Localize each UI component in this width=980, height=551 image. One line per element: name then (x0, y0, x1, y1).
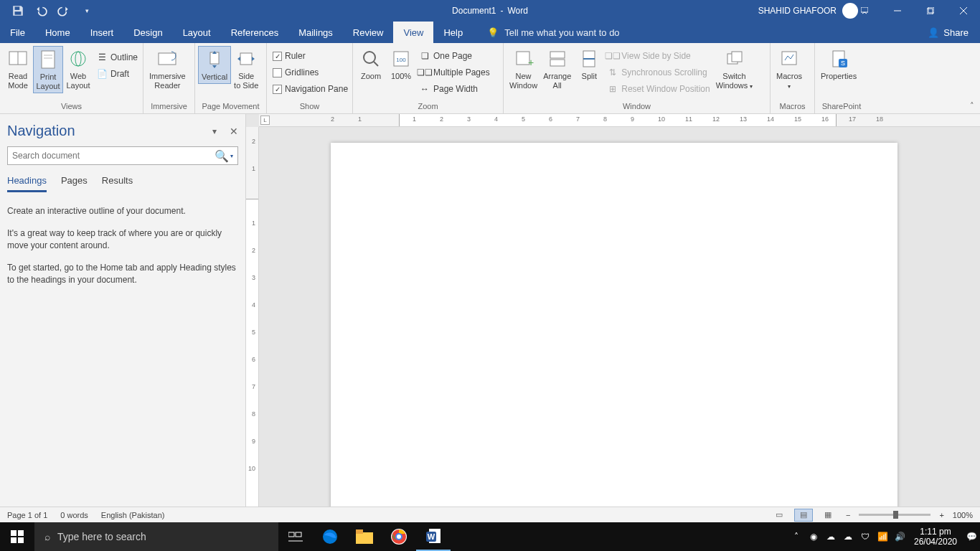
group-immersive-label: Immersive (143, 102, 194, 114)
tray-chevron-icon[interactable]: ˄ (788, 522, 805, 551)
tab-references[interactable]: References (221, 22, 288, 43)
tray-security-icon[interactable]: 🛡 (857, 522, 874, 551)
share-button[interactable]: 👤 Share (928, 27, 969, 38)
draft-button[interactable]: 📄Draft (96, 67, 138, 81)
tell-me-search[interactable]: 💡 Tell me what you want to do (487, 27, 619, 38)
start-button[interactable] (0, 522, 34, 551)
zoom-slider[interactable] (859, 514, 930, 516)
gridlines-checkbox[interactable]: Gridlines (273, 65, 348, 80)
tab-indicator-icon[interactable]: L (260, 116, 270, 125)
svg-rect-15 (159, 53, 176, 65)
nav-dropdown-icon[interactable]: ▾ (212, 126, 217, 136)
svg-point-13 (71, 52, 85, 66)
print-layout-view-icon[interactable]: ▤ (794, 509, 813, 522)
tab-home[interactable]: Home (35, 22, 80, 43)
taskbar-search[interactable]: ⌕ Type here to search (34, 522, 278, 551)
word-icon[interactable]: W (416, 522, 451, 551)
vertical-ruler[interactable]: 2112345678910 (246, 127, 259, 522)
undo-icon[interactable] (34, 4, 47, 17)
svg-rect-37 (18, 537, 24, 543)
tray-volume-icon[interactable]: 🔊 (891, 522, 908, 551)
tray-wifi-icon[interactable]: 📶 (874, 522, 891, 551)
tray-weather-icon[interactable]: ☁ (839, 522, 857, 551)
notifications-icon[interactable]: 💬 (963, 522, 980, 551)
multiple-pages-button[interactable]: ❏❏Multiple Pages (419, 65, 490, 80)
zoom-in-button[interactable]: + (936, 511, 946, 519)
tell-me-label: Tell me what you want to do (504, 27, 619, 38)
switch-windows-button[interactable]: Switch Windows ▾ (713, 46, 756, 93)
new-window-button[interactable]: +New Window (507, 46, 540, 92)
group-views-label: Views (0, 102, 143, 114)
vertical-button[interactable]: Vertical (198, 46, 231, 84)
nav-tab-results[interactable]: Results (102, 175, 133, 192)
redo-icon[interactable] (57, 4, 70, 17)
search-icon: ⌕ (44, 531, 50, 542)
bulb-icon: 💡 (487, 27, 499, 38)
group-page-movement-label: Page Movement (195, 102, 266, 114)
qat-dropdown-icon[interactable]: ▾ (80, 4, 93, 17)
task-view-icon[interactable] (278, 522, 313, 551)
side-to-side-button[interactable]: Side to Side (231, 46, 261, 92)
navigation-pane-checkbox[interactable]: ✓Navigation Pane (273, 82, 348, 96)
arrange-all-button[interactable]: Arrange All (540, 46, 574, 92)
minimize-icon[interactable] (881, 0, 914, 22)
split-button[interactable]: Split (574, 46, 604, 83)
tab-insert[interactable]: Insert (80, 22, 124, 43)
ribbon-display-icon[interactable] (848, 0, 881, 22)
chrome-icon[interactable] (382, 522, 416, 551)
outline-button[interactable]: ☰Outline (96, 50, 138, 65)
print-layout-button[interactable]: Print Layout (33, 46, 63, 93)
search-icon[interactable]: 🔍 ▾ (211, 148, 237, 164)
nav-close-icon[interactable]: ✕ (230, 126, 238, 137)
tab-view[interactable]: View (393, 22, 433, 43)
language-indicator[interactable]: English (Pakistan) (101, 511, 165, 519)
tab-design[interactable]: Design (123, 22, 172, 43)
tray-meet-icon[interactable]: ◉ (805, 522, 822, 551)
document-page[interactable] (331, 143, 897, 522)
tab-file[interactable]: File (0, 22, 35, 43)
tab-layout[interactable]: Layout (173, 22, 221, 43)
maximize-icon[interactable] (914, 0, 947, 22)
file-explorer-icon[interactable] (347, 522, 382, 551)
edge-icon[interactable] (313, 522, 347, 551)
page-width-button[interactable]: ↔Page Width (419, 82, 490, 96)
reset-window-button: ⊞Reset Window Position (607, 82, 710, 96)
close-icon[interactable] (947, 0, 980, 22)
taskbar-clock[interactable]: 1:11 pm 26/04/2020 (908, 527, 963, 547)
read-mode-button[interactable]: Read Mode (3, 46, 33, 92)
svg-rect-38 (288, 532, 294, 537)
tray-onedrive-icon[interactable]: ☁ (822, 522, 839, 551)
svg-point-47 (397, 534, 401, 539)
nav-tab-headings[interactable]: Headings (7, 175, 47, 192)
svg-rect-42 (356, 532, 373, 544)
tab-review[interactable]: Review (343, 22, 394, 43)
tab-mailings[interactable]: Mailings (288, 22, 343, 43)
horizontal-ruler[interactable]: L 21123456789101112131415161718 (259, 114, 980, 127)
ruler-checkbox[interactable]: ✓Ruler (273, 49, 348, 63)
group-macros-label: Macros (771, 102, 814, 114)
read-mode-view-icon[interactable]: ▭ (770, 509, 788, 522)
save-icon[interactable] (11, 4, 24, 17)
svg-rect-34 (11, 530, 17, 536)
word-count[interactable]: 0 words (60, 511, 88, 519)
svg-rect-36 (11, 537, 17, 543)
macros-button[interactable]: Macros▾ (773, 46, 805, 93)
title-bar: ▾ Document1 - Word SHAHID GHAFOOR (0, 0, 980, 22)
user-name[interactable]: SHAHID GHAFOOR (758, 6, 837, 16)
page-indicator[interactable]: Page 1 of 1 (7, 511, 47, 519)
properties-button[interactable]: SProperties (818, 46, 859, 83)
immersive-reader-button[interactable]: Immersive Reader (146, 46, 189, 92)
collapse-ribbon-icon[interactable]: ˄ (970, 101, 974, 110)
tab-help[interactable]: Help (433, 22, 473, 43)
zoom-out-button[interactable]: − (843, 511, 853, 519)
document-area: L 21123456789101112131415161718 21123456… (246, 114, 980, 522)
doc-title: Document1 (452, 6, 496, 16)
zoom-100-button[interactable]: 100100% (386, 46, 416, 83)
one-page-button[interactable]: ❏One Page (419, 49, 490, 63)
zoom-level[interactable]: 100% (953, 511, 973, 519)
web-layout-button[interactable]: Web Layout (63, 46, 93, 92)
web-layout-view-icon[interactable]: ▦ (819, 509, 837, 522)
search-input[interactable] (7, 146, 238, 165)
nav-tab-pages[interactable]: Pages (61, 175, 88, 192)
zoom-button[interactable]: Zoom (356, 46, 386, 83)
